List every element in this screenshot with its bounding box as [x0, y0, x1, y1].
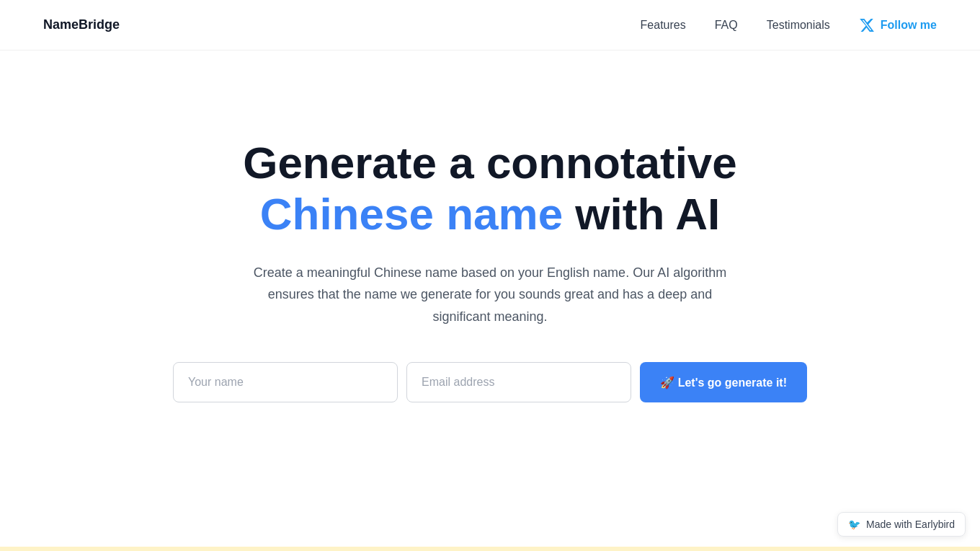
hero-title-rest: with AI — [563, 189, 720, 239]
hero-title-blue: Chinese name — [260, 189, 563, 239]
hero-form: 🚀 Let's go generate it! — [173, 362, 807, 402]
hero-subtitle: Create a meaningful Chinese name based o… — [245, 262, 735, 328]
bottom-bar — [0, 547, 980, 551]
earlybird-icon: 🐦 — [848, 519, 860, 530]
hero-title: Generate a connotative Chinese name with… — [243, 137, 737, 240]
email-input[interactable] — [406, 362, 631, 402]
earlybird-badge[interactable]: 🐦 Made with Earlybird — [837, 512, 966, 537]
navbar: NameBridge Features FAQ Testimonials Fol… — [0, 0, 980, 50]
testimonials-link[interactable]: Testimonials — [767, 19, 830, 32]
nav-right: Features FAQ Testimonials Follow me — [641, 17, 937, 33]
generate-button[interactable]: 🚀 Let's go generate it! — [640, 362, 807, 402]
follow-me-label: Follow me — [881, 19, 937, 32]
logo[interactable]: NameBridge — [43, 17, 120, 32]
name-input[interactable] — [173, 362, 398, 402]
features-link[interactable]: Features — [641, 19, 686, 32]
twitter-icon — [859, 17, 875, 33]
hero-section: Generate a connotative Chinese name with… — [0, 50, 980, 460]
follow-me-link[interactable]: Follow me — [859, 17, 937, 33]
earlybird-label: Made with Earlybird — [866, 519, 955, 530]
hero-title-line1: Generate a connotative — [243, 138, 737, 188]
faq-link[interactable]: FAQ — [715, 19, 738, 32]
